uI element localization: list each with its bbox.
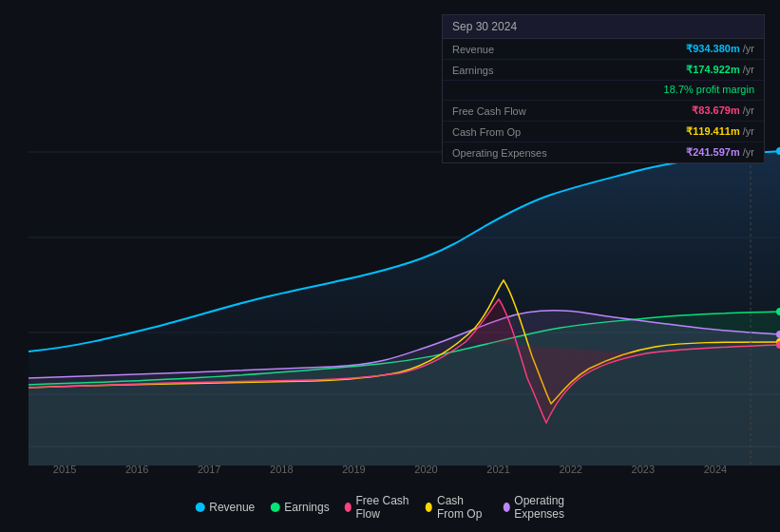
legend-label-revenue: Revenue	[209, 501, 255, 514]
tooltip-earnings-row: Earnings ₹174.922m /yr	[443, 60, 764, 81]
x-label-2016: 2016	[125, 464, 148, 475]
x-labels: 2015 2016 2017 2018 2019 2020 2021 2022 …	[0, 464, 780, 475]
legend-dot-revenue	[195, 503, 204, 512]
tooltip-opex-value: ₹241.597m /yr	[686, 146, 754, 159]
legend-dot-fcf	[345, 503, 352, 512]
tooltip-opex-row: Operating Expenses ₹241.597m /yr	[443, 142, 764, 162]
tooltip-fcf-value: ₹83.679m /yr	[692, 104, 754, 117]
x-label-2019: 2019	[342, 464, 365, 475]
legend-label-cashfromop: Cash From Op	[437, 494, 488, 521]
x-label-2023: 2023	[632, 464, 655, 475]
legend-dot-earnings	[270, 503, 279, 512]
legend-dot-cashfromop	[426, 503, 432, 512]
legend-label-opex: Operating Expenses	[514, 494, 584, 521]
legend-cashfromop[interactable]: Cash From Op	[426, 494, 487, 521]
tooltip-revenue-row: Revenue ₹934.380m /yr	[443, 39, 764, 60]
tooltip-earnings-value: ₹174.922m /yr	[686, 64, 754, 76]
tooltip-earnings-label: Earnings	[452, 65, 493, 76]
x-label-2022: 2022	[559, 464, 581, 475]
tooltip-cashfromop-row: Cash From Op ₹119.411m /yr	[443, 122, 764, 142]
tooltip-profit-margin-row: 18.7% profit margin	[443, 81, 764, 101]
chart-svg	[0, 142, 780, 466]
tooltip-fcf-label: Free Cash Flow	[452, 105, 526, 117]
x-label-2018: 2018	[270, 464, 293, 475]
tooltip-cashfromop-label: Cash From Op	[452, 126, 521, 138]
tooltip-revenue-label: Revenue	[452, 44, 494, 55]
tooltip-fcf-row: Free Cash Flow ₹83.679m /yr	[443, 101, 764, 122]
tooltip-opex-label: Operating Expenses	[452, 147, 547, 159]
chart-legend: Revenue Earnings Free Cash Flow Cash Fro…	[195, 494, 585, 521]
legend-label-earnings: Earnings	[284, 501, 329, 514]
x-label-2024: 2024	[704, 464, 727, 475]
legend-opex[interactable]: Operating Expenses	[503, 494, 584, 521]
x-label-2021: 2021	[486, 464, 509, 475]
legend-dot-opex	[503, 503, 509, 512]
tooltip-profit-margin: 18.7% profit margin	[664, 84, 754, 95]
tooltip-box: Sep 30 2024 Revenue ₹934.380m /yr Earnin…	[442, 14, 765, 163]
tooltip-date: Sep 30 2024	[443, 15, 764, 39]
tooltip-cashfromop-value: ₹119.411m /yr	[686, 125, 754, 138]
tooltip-revenue-value: ₹934.380m /yr	[686, 43, 754, 55]
legend-revenue[interactable]: Revenue	[195, 501, 255, 514]
legend-label-fcf: Free Cash Flow	[355, 494, 410, 521]
legend-fcf[interactable]: Free Cash Flow	[345, 494, 411, 521]
legend-earnings[interactable]: Earnings	[270, 501, 329, 514]
x-label-2017: 2017	[198, 464, 220, 475]
chart-container: Sep 30 2024 Revenue ₹934.380m /yr Earnin…	[0, 0, 780, 532]
x-label-2020: 2020	[414, 464, 437, 475]
x-label-2015: 2015	[53, 464, 76, 475]
